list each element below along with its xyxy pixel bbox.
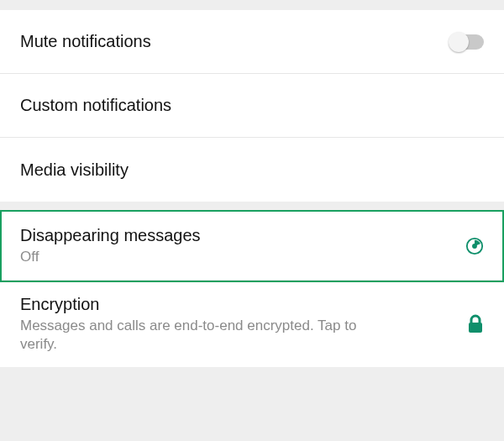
disappearing-messages-highlight: Disappearing messages Off (0, 212, 504, 281)
mute-notifications-row[interactable]: Mute notifications (0, 10, 504, 74)
encryption-row[interactable]: Encryption Messages and calls are end-to… (0, 281, 504, 367)
row-text: Media visibility (20, 160, 484, 181)
disappearing-messages-status: Off (20, 248, 452, 266)
mute-notifications-title: Mute notifications (20, 31, 437, 52)
row-text: Encryption Messages and calls are end-to… (20, 294, 454, 354)
encryption-desc: Messages and calls are end-to-end encryp… (20, 317, 381, 354)
row-text: Custom notifications (20, 95, 484, 116)
disappearing-messages-title: Disappearing messages (20, 225, 452, 246)
lock-icon (467, 314, 484, 334)
custom-notifications-title: Custom notifications (20, 95, 484, 116)
toggle-switch-icon (450, 34, 484, 50)
svg-rect-2 (469, 323, 482, 333)
disappearing-messages-row[interactable]: Disappearing messages Off (0, 212, 504, 281)
encryption-title: Encryption (20, 294, 454, 315)
disappearing-messages-icon-wrap (465, 237, 484, 255)
encryption-icon-wrap (467, 314, 484, 334)
svg-point-1 (472, 244, 477, 249)
media-visibility-row[interactable]: Media visibility (0, 138, 504, 202)
row-text: Disappearing messages Off (20, 225, 452, 266)
privacy-section: Disappearing messages Off Encryption Mes… (0, 212, 504, 367)
mute-notifications-toggle[interactable] (450, 34, 484, 50)
custom-notifications-row[interactable]: Custom notifications (0, 74, 504, 138)
timer-icon (465, 237, 484, 255)
row-text: Mute notifications (20, 31, 437, 52)
notifications-section: Mute notifications Custom notifications … (0, 10, 504, 202)
media-visibility-title: Media visibility (20, 160, 484, 181)
